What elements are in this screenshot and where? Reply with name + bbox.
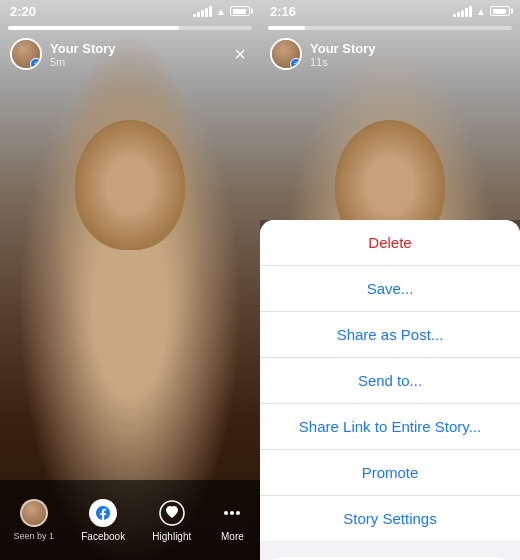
facebook-label: Facebook <box>81 531 125 542</box>
right-story-header: Your Story 11s <box>260 32 520 76</box>
send-to-menu-item[interactable]: Send to... <box>260 358 520 404</box>
story-settings-menu-item[interactable]: Story Settings <box>260 496 520 541</box>
menu-divider <box>260 541 520 549</box>
seen-by-item[interactable]: Seen by 1 <box>14 499 55 541</box>
right-wifi-icon: ▲ <box>476 6 486 17</box>
left-status-icons: ▲ <box>193 6 250 17</box>
more-button[interactable]: More <box>218 499 246 542</box>
promote-menu-item[interactable]: Promote <box>260 450 520 496</box>
avatar <box>10 38 42 70</box>
right-status-icons: ▲ <box>453 6 510 17</box>
left-status-bar: 2:20 ▲ <box>0 0 260 22</box>
photo-overlay <box>0 0 260 560</box>
seen-count-label: Seen by 1 <box>14 531 55 541</box>
right-status-bar: 2:16 ▲ <box>260 0 520 22</box>
battery-icon <box>230 6 250 16</box>
left-story-panel: 2:20 ▲ Your Story 5m × <box>0 0 260 560</box>
share-as-post-menu-item[interactable]: Share as Post... <box>260 312 520 358</box>
signal-icon <box>193 6 212 17</box>
avatar-badge <box>30 58 42 70</box>
close-button[interactable]: × <box>230 39 250 70</box>
right-battery-icon <box>490 6 510 16</box>
story-progress-fill <box>8 26 179 30</box>
right-story-panel: 2:16 ▲ Your Story 11s <box>260 0 520 560</box>
right-story-progress-fill <box>268 26 305 30</box>
left-story-time: 5m <box>50 56 230 68</box>
left-bottom-toolbar: Seen by 1 Facebook Highlight <box>0 480 260 560</box>
right-avatar-badge <box>290 58 302 70</box>
right-signal-icon <box>453 6 472 17</box>
delete-menu-item[interactable]: Delete <box>260 220 520 266</box>
share-link-menu-item[interactable]: Share Link to Entire Story... <box>260 404 520 450</box>
highlight-button[interactable]: Highlight <box>152 499 191 542</box>
left-time: 2:20 <box>10 4 36 19</box>
right-story-progress-bar <box>268 26 512 30</box>
right-story-title-info: Your Story 11s <box>310 41 510 68</box>
right-avatar <box>270 38 302 70</box>
facebook-logo <box>95 505 111 521</box>
left-story-header: Your Story 5m × <box>0 32 260 76</box>
highlight-label: Highlight <box>152 531 191 542</box>
right-story-username: Your Story <box>310 41 510 56</box>
story-progress-bar <box>8 26 252 30</box>
context-menu: Delete Save... Share as Post... Send to.… <box>260 220 520 560</box>
more-icon <box>218 499 246 527</box>
left-story-username: Your Story <box>50 41 230 56</box>
context-menu-overlay: Delete Save... Share as Post... Send to.… <box>260 220 520 560</box>
wifi-icon: ▲ <box>216 6 226 17</box>
right-story-time: 11s <box>310 56 510 68</box>
highlight-icon <box>158 499 186 527</box>
face-shape <box>75 120 185 250</box>
story-title-info: Your Story 5m <box>50 41 230 68</box>
facebook-icon <box>89 499 117 527</box>
facebook-share-button[interactable]: Facebook <box>81 499 125 542</box>
right-time: 2:16 <box>270 4 296 19</box>
more-label: More <box>221 531 244 542</box>
save-menu-item[interactable]: Save... <box>260 266 520 312</box>
seen-avatar <box>20 499 48 527</box>
